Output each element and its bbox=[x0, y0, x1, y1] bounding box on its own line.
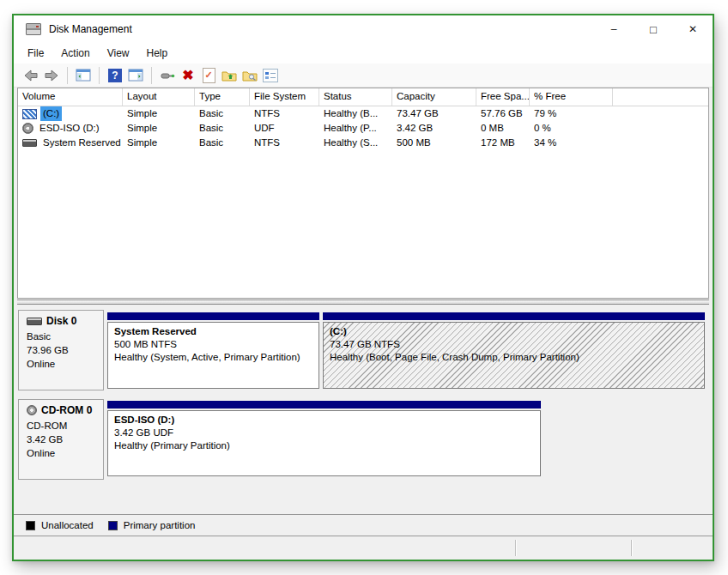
maximize-button[interactable]: □ bbox=[634, 15, 673, 43]
volume-cell: ESD-ISO (D:) bbox=[18, 121, 123, 136]
partition-size: 500 MB NTFS bbox=[114, 338, 312, 351]
open-folder-icon[interactable] bbox=[221, 67, 238, 84]
partition-title: ESD-ISO (D:) bbox=[114, 414, 534, 427]
delete-volume-icon[interactable]: ✖ bbox=[179, 67, 197, 84]
status-cell: Healthy (P... bbox=[319, 121, 392, 136]
column-header-free-space[interactable]: Free Spa... bbox=[476, 88, 530, 106]
column-header-capacity[interactable]: Capacity bbox=[392, 88, 476, 106]
disk0-name: Disk 0 bbox=[46, 315, 76, 327]
volume-row-c[interactable]: (C:) Simple Basic NTFS Healthy (B... 73.… bbox=[18, 106, 708, 121]
cdrom0-label-box[interactable]: CD-ROM 0 CD-ROM 3.42 GB Online bbox=[18, 399, 104, 480]
type-cell: Basic bbox=[195, 136, 250, 150]
disk0-size: 73.96 GB bbox=[27, 343, 103, 357]
pct-free-cell: 0 % bbox=[530, 121, 613, 136]
partition-title: (C:) bbox=[330, 325, 698, 338]
unallocated-label: Unallocated bbox=[41, 520, 94, 530]
toolbar-separator bbox=[99, 67, 100, 84]
show-action-pane-icon[interactable] bbox=[127, 67, 144, 84]
column-header-layout[interactable]: Layout bbox=[123, 88, 195, 106]
type-cell: Basic bbox=[195, 121, 250, 136]
close-button[interactable]: ✕ bbox=[673, 15, 713, 43]
type-cell: Basic bbox=[195, 106, 250, 121]
partition-status: Healthy (Boot, Page File, Crash Dump, Pr… bbox=[330, 351, 698, 364]
mark-partition-icon[interactable] bbox=[200, 67, 217, 84]
menu-action[interactable]: Action bbox=[52, 45, 98, 62]
cdrom0-name: CD-ROM 0 bbox=[41, 404, 92, 416]
free-space-cell: 0 MB bbox=[476, 121, 530, 136]
status-bar-separator bbox=[631, 540, 632, 556]
partition-title: System Reserved bbox=[114, 325, 312, 338]
partition-status: Healthy (System, Active, Primary Partiti… bbox=[114, 351, 312, 364]
capacity-cell: 73.47 GB bbox=[392, 106, 476, 121]
layout-cell: Simple bbox=[123, 106, 195, 121]
show-console-tree-icon[interactable] bbox=[75, 67, 92, 84]
column-header-volume[interactable]: Volume bbox=[18, 88, 123, 106]
menu-help[interactable]: Help bbox=[138, 45, 177, 62]
cdrom0-size: 3.42 GB bbox=[27, 433, 103, 446]
status-cell: Healthy (S... bbox=[319, 136, 392, 150]
disk0-kind: Basic bbox=[27, 330, 103, 343]
legend-bar: Unallocated Primary partition bbox=[14, 514, 713, 536]
column-header-type[interactable]: Type bbox=[195, 88, 250, 106]
disk-management-window: Disk Management – □ ✕ File Action View H… bbox=[12, 14, 714, 561]
partition-color-bar bbox=[323, 312, 705, 320]
capacity-cell: 3.42 GB bbox=[392, 121, 476, 136]
disk0-state: Online bbox=[27, 357, 103, 371]
menu-file[interactable]: File bbox=[19, 45, 52, 62]
volume-list-header: Volume Layout Type File System Status Ca… bbox=[18, 88, 708, 106]
tool-icon[interactable] bbox=[159, 67, 176, 84]
volume-row-esd-iso[interactable]: ESD-ISO (D:) Simple Basic UDF Healthy (P… bbox=[18, 121, 708, 136]
primary-partition-swatch bbox=[108, 521, 118, 530]
layout-cell: Simple bbox=[123, 136, 195, 150]
partition-color-bar bbox=[107, 401, 541, 409]
back-icon[interactable] bbox=[22, 67, 39, 84]
volume-cell: (C:) bbox=[18, 106, 123, 121]
title-bar: Disk Management – □ ✕ bbox=[14, 15, 713, 43]
column-header-pct-free[interactable]: % Free bbox=[530, 88, 613, 106]
fs-cell: NTFS bbox=[250, 136, 319, 150]
explore-folder-icon[interactable] bbox=[241, 67, 258, 84]
volume-cell: System Reserved bbox=[18, 136, 123, 150]
volume-list-pane: Volume Layout Type File System Status Ca… bbox=[17, 88, 709, 299]
disk-icon bbox=[27, 318, 42, 325]
layout-cell: Simple bbox=[123, 121, 195, 136]
column-header-filler bbox=[613, 88, 708, 106]
column-header-file-system[interactable]: File System bbox=[250, 88, 319, 106]
partition-c-drive[interactable]: (C:) 73.47 GB NTFS Healthy (Boot, Page F… bbox=[323, 312, 705, 389]
column-header-status[interactable]: Status bbox=[319, 88, 392, 106]
fs-cell: NTFS bbox=[250, 106, 319, 121]
disk0-label-box[interactable]: Disk 0 Basic 73.96 GB Online bbox=[18, 310, 104, 390]
status-bar bbox=[14, 536, 713, 560]
fs-cell: UDF bbox=[250, 121, 319, 136]
disk-volume-icon bbox=[22, 139, 37, 147]
forward-icon[interactable] bbox=[43, 67, 60, 84]
unallocated-swatch bbox=[26, 521, 35, 530]
window-controls: – □ ✕ bbox=[594, 15, 713, 43]
volume-row-system-reserved[interactable]: System Reserved Simple Basic NTFS Health… bbox=[18, 136, 708, 150]
menu-bar: File Action View Help bbox=[14, 43, 713, 64]
window-title: Disk Management bbox=[49, 23, 132, 35]
free-space-cell: 172 MB bbox=[476, 136, 530, 150]
partition-color-bar bbox=[107, 312, 319, 320]
partition-size: 73.47 GB NTFS bbox=[330, 338, 698, 351]
help-icon[interactable]: ? bbox=[106, 67, 124, 84]
toolbar-separator bbox=[67, 67, 68, 84]
graphical-view-pane: Disk 0 Basic 73.96 GB Online System Rese… bbox=[17, 305, 709, 514]
selected-volume-icon bbox=[22, 109, 37, 119]
partition-status: Healthy (Primary Partition) bbox=[114, 439, 534, 452]
status-cell: Healthy (B... bbox=[319, 106, 392, 121]
toolbar-separator bbox=[151, 67, 152, 84]
menu-view[interactable]: View bbox=[99, 45, 138, 62]
properties-icon[interactable] bbox=[262, 67, 279, 84]
cd-volume-icon bbox=[22, 123, 33, 134]
cdrom0-state: Online bbox=[27, 446, 103, 460]
desktop-background: Disk Management – □ ✕ File Action View H… bbox=[0, 0, 728, 575]
capacity-cell: 500 MB bbox=[392, 136, 476, 150]
partition-esd-iso[interactable]: ESD-ISO (D:) 3.42 GB UDF Healthy (Primar… bbox=[107, 401, 541, 476]
pct-free-cell: 79 % bbox=[530, 106, 613, 121]
minimize-button[interactable]: – bbox=[594, 15, 634, 43]
volume-name-selected: (C:) bbox=[40, 106, 62, 121]
pct-free-cell: 34 % bbox=[530, 136, 613, 150]
partition-system-reserved[interactable]: System Reserved 500 MB NTFS Healthy (Sys… bbox=[107, 312, 319, 389]
disk-management-app-icon[interactable] bbox=[26, 23, 41, 35]
